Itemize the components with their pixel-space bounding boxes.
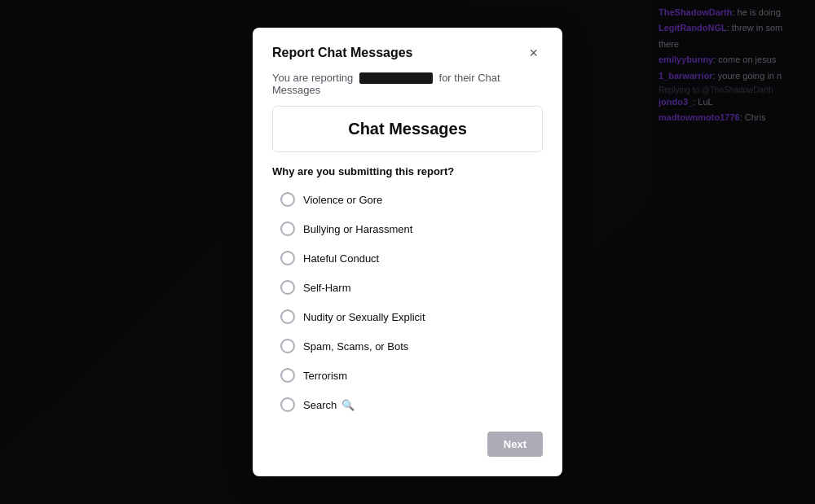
- report-dialog: Report Chat Messages × You are reporting…: [253, 28, 562, 477]
- redacted-username: [359, 72, 433, 84]
- option-label-hateful: Hateful Conduct: [303, 252, 379, 265]
- dialog-footer: Next: [272, 432, 543, 457]
- option-nudity[interactable]: Nudity or Sexually Explicit: [272, 303, 543, 331]
- option-violence[interactable]: Violence or Gore: [272, 186, 543, 213]
- option-label-bullying: Bullying or Harassment: [303, 223, 412, 235]
- reporting-prefix: You are reporting: [272, 72, 353, 84]
- reporting-text: You are reporting for their Chat Message…: [272, 72, 543, 97]
- option-bullying[interactable]: Bullying or Harassment: [272, 215, 543, 243]
- section-question: Why are you submitting this report?: [272, 165, 543, 177]
- options-list: Violence or Gore Bullying or Harassment …: [272, 186, 543, 419]
- option-terrorism[interactable]: Terrorism: [272, 362, 543, 389]
- option-label-violence: Violence or Gore: [303, 194, 382, 206]
- option-label-search: Search 🔍: [303, 399, 355, 411]
- option-selfharm[interactable]: Self-Harm: [272, 274, 543, 301]
- radio-violence: [280, 192, 295, 207]
- option-hateful[interactable]: Hateful Conduct: [272, 244, 543, 272]
- radio-nudity: [280, 309, 295, 324]
- option-search[interactable]: Search 🔍: [272, 391, 543, 419]
- radio-selfharm: [280, 280, 295, 295]
- radio-search: [280, 397, 295, 412]
- search-icon: 🔍: [341, 399, 355, 411]
- dialog-title: Report Chat Messages: [272, 46, 413, 60]
- radio-hateful: [280, 251, 295, 265]
- option-label-selfharm: Self-Harm: [303, 282, 351, 294]
- option-label-terrorism: Terrorism: [303, 370, 347, 382]
- radio-bullying: [280, 221, 295, 236]
- modal-backdrop: Report Chat Messages × You are reporting…: [0, 0, 815, 504]
- option-label-nudity: Nudity or Sexually Explicit: [303, 311, 425, 323]
- category-box: Chat Messages: [272, 106, 543, 152]
- radio-terrorism: [280, 368, 295, 383]
- option-spam[interactable]: Spam, Scams, or Bots: [272, 332, 543, 360]
- close-button[interactable]: ×: [524, 44, 543, 62]
- next-button[interactable]: Next: [487, 432, 543, 457]
- category-label: Chat Messages: [348, 120, 467, 138]
- radio-spam: [280, 339, 295, 353]
- dialog-header: Report Chat Messages ×: [272, 44, 543, 62]
- option-label-spam: Spam, Scams, or Bots: [303, 340, 408, 353]
